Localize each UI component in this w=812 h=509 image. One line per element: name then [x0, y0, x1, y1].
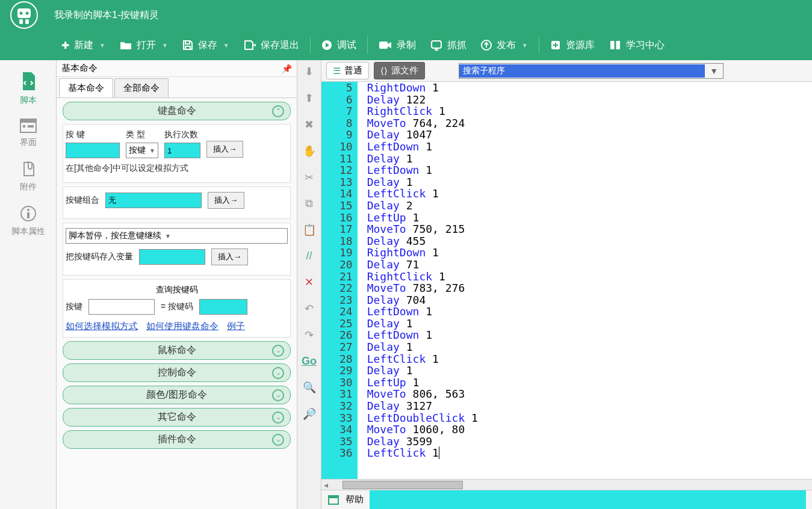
chevron-down-icon: ▼	[223, 42, 229, 49]
chevron-down-icon: ▼	[149, 147, 155, 154]
find-icon[interactable]: 🔍	[303, 381, 316, 394]
paste-icon[interactable]: 📋	[303, 223, 316, 236]
rail-ui[interactable]: 界面	[0, 112, 56, 154]
lookup-key-input[interactable]	[88, 299, 155, 315]
play-icon	[321, 40, 332, 51]
var-input[interactable]	[139, 249, 205, 265]
type-select[interactable]: 按键▼	[126, 143, 158, 158]
resources-icon	[550, 40, 561, 51]
help-icon[interactable]	[327, 495, 339, 505]
uncomment-icon[interactable]: ✕	[305, 276, 314, 289]
open-button[interactable]: 打开▼	[113, 35, 175, 55]
mid-toolbar: ⬇ ⬆ ✖ ✋ ✂ ⧉ 📋 // ✕ ↶ ↷ Go 🔍 🔎	[297, 60, 321, 509]
group-other[interactable]: 其它命令⌄	[63, 408, 291, 427]
code-icon: ⟨⟩	[380, 66, 388, 76]
save-button[interactable]: 保存▼	[175, 35, 237, 55]
hand-icon[interactable]: ✋	[303, 144, 316, 158]
ui-icon	[19, 118, 37, 134]
group-plugin[interactable]: 插件命令⌄	[63, 430, 291, 449]
code-editor[interactable]: 5678910111213141516171819202122232425262…	[321, 82, 812, 479]
svg-rect-1	[17, 8, 31, 18]
count-label: 执行次数	[164, 129, 200, 140]
help-bar: 帮助	[321, 490, 812, 509]
insert-button[interactable]: 插入→	[208, 192, 244, 209]
rail-script[interactable]: 脚本	[0, 65, 56, 112]
chevron-down-icon: ▼	[165, 233, 171, 239]
store-label: 把按键码存入变量	[66, 251, 133, 262]
undo-icon[interactable]: ↶	[305, 302, 314, 315]
tab-basic[interactable]: 基本命令	[59, 78, 113, 97]
pause-select[interactable]: 脚本暂停，按任意键继续▼	[66, 228, 288, 244]
scroll-left-icon[interactable]: ◂	[321, 480, 330, 490]
app-logo-icon	[6, 0, 42, 33]
expand-icon: ⌄	[272, 345, 284, 357]
link-example[interactable]: 例子	[227, 321, 245, 332]
svg-rect-7	[379, 42, 388, 49]
mode-normal-button[interactable]: ☰普通	[326, 62, 369, 79]
group-keyboard[interactable]: 键盘命令⌃	[63, 102, 291, 120]
combo-input[interactable]	[105, 193, 202, 208]
svg-point-16	[27, 209, 29, 211]
insert-button[interactable]: 插入→	[206, 141, 243, 158]
link-keyboard-cmd[interactable]: 如何使用键盘命令	[146, 321, 218, 332]
rail-props[interactable]: 脚本属性	[0, 199, 56, 243]
info-icon	[19, 205, 37, 223]
arrow-down-icon[interactable]: ⬇	[305, 65, 314, 78]
publish-icon	[481, 40, 492, 51]
key-label: 按 键	[66, 129, 120, 140]
hint-text: 在[其他命令]中可以设定模拟方式	[66, 163, 288, 174]
comment-icon[interactable]: //	[306, 250, 312, 262]
command-panel: 基本命令 📌 基本命令 全部命令 键盘命令⌃ 按 键 类 型按键▼ 执行次数 插…	[57, 60, 297, 509]
rail-attach[interactable]: 附件	[0, 154, 56, 199]
separator	[367, 37, 368, 54]
arrow-up-icon[interactable]: ⬆	[305, 91, 314, 105]
collapse-icon: ⌃	[272, 105, 284, 117]
panel-header: 基本命令 📌	[57, 60, 297, 77]
cut-icon[interactable]: ✂	[305, 171, 314, 184]
link-sim-mode[interactable]: 如何选择模拟方式	[66, 321, 138, 332]
learn-button[interactable]: 学习中心	[602, 35, 672, 55]
scroll-thumb[interactable]	[342, 481, 463, 489]
redo-icon[interactable]: ↷	[305, 329, 314, 342]
list-icon: ☰	[333, 66, 341, 76]
go-icon[interactable]: Go	[302, 355, 317, 368]
expand-icon: ⌄	[272, 434, 284, 446]
delete-icon[interactable]: ✖	[305, 118, 314, 131]
separator	[310, 37, 311, 54]
panel-tabs: 基本命令 全部命令	[57, 77, 297, 98]
save-exit-icon	[244, 40, 256, 51]
publish-button[interactable]: 发布▼	[474, 35, 535, 55]
line-gutter: 5678910111213141516171819202122232425262…	[321, 82, 358, 479]
key-input[interactable]	[66, 143, 120, 158]
group-control[interactable]: 控制命令⌄	[63, 363, 291, 382]
group-mouse[interactable]: 鼠标命令⌄	[63, 341, 291, 360]
debug-button[interactable]: 调试	[314, 35, 364, 55]
tab-all[interactable]: 全部命令	[114, 78, 169, 97]
find-next-icon[interactable]: 🔎	[303, 407, 316, 421]
lookup-eq: = 按键码	[161, 301, 193, 312]
count-input[interactable]	[164, 143, 200, 158]
record-button[interactable]: 录制	[371, 35, 423, 55]
group-color[interactable]: 颜色/图形命令⌄	[63, 386, 291, 404]
search-subroutine[interactable]: 搜索子程序 ▼	[459, 63, 724, 79]
expand-icon: ⌄	[272, 412, 284, 424]
expand-icon: ⌄	[272, 367, 284, 379]
book-icon	[609, 40, 621, 51]
chevron-down-icon: ▼	[99, 42, 105, 49]
svg-rect-8	[432, 41, 441, 48]
mode-source-button[interactable]: ⟨⟩源文件	[374, 62, 425, 79]
svg-rect-13	[23, 125, 25, 128]
insert-button[interactable]: 插入→	[211, 248, 248, 265]
copy-icon[interactable]: ⧉	[305, 197, 313, 210]
combo-form: 按键组合 插入→	[63, 187, 291, 219]
horizontal-scrollbar[interactable]: ◂	[321, 479, 812, 490]
save-exit-button[interactable]: 保存退出	[237, 35, 306, 55]
svg-rect-4	[19, 19, 23, 24]
keyboard-form: 按 键 类 型按键▼ 执行次数 插入→ 在[其他命令]中可以设定模拟方式	[63, 124, 291, 183]
help-label: 帮助	[346, 494, 364, 505]
code-lines[interactable]: RightDown 1Delay 122RightClick 1MoveTo 7…	[358, 82, 812, 479]
new-button[interactable]: ✚新建▼	[54, 35, 113, 55]
resources-button[interactable]: 资源库	[543, 35, 602, 55]
grab-button[interactable]: 抓抓	[423, 35, 474, 55]
pin-icon[interactable]: 📌	[282, 64, 292, 73]
